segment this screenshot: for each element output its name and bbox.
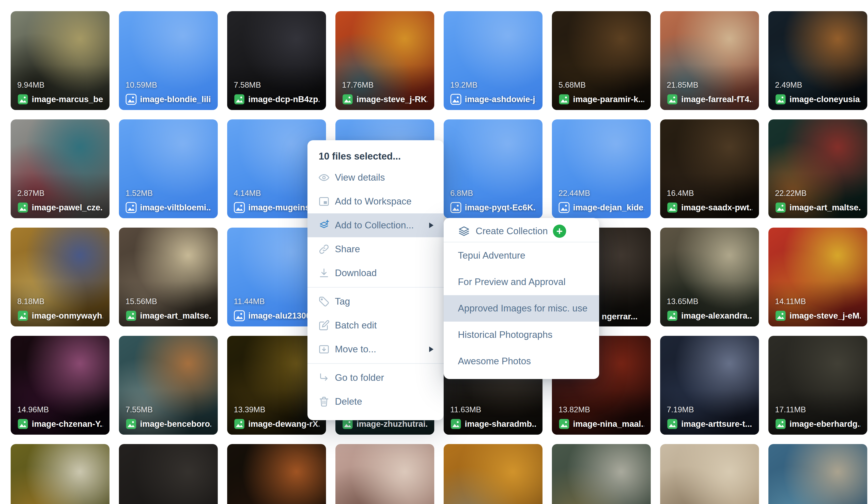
filename-row: image-benceboro... — [125, 418, 211, 430]
submenu-arrow-icon — [429, 346, 434, 352]
filename-row: image-mugeinsky — [234, 202, 319, 213]
filename-row: image-blondie_lili... — [125, 94, 211, 105]
image-tile[interactable]: 2.87MB image-pawel_cze... — [11, 119, 110, 218]
image-tile[interactable] — [227, 444, 326, 504]
file-size-label: 22.22MB — [775, 189, 861, 198]
filename-label: image-dejan_kide... — [573, 203, 644, 212]
image-tile[interactable] — [444, 444, 542, 504]
tag-icon — [318, 296, 330, 307]
image-tile[interactable]: 1.52MB image-viltbloemi... — [119, 119, 218, 218]
image-tile[interactable]: 9.94MB image-marcus_be... — [11, 11, 110, 110]
filename-label: image-alexandra... — [681, 311, 752, 321]
share-link-icon — [318, 243, 330, 255]
collection-item-for-preview-and-approval[interactable]: For Preview and Approval — [444, 269, 599, 295]
tile-meta: 9.94MB image-marcus_be... — [11, 81, 110, 110]
image-tile[interactable]: 15.56MB image-art_maltse... — [119, 228, 218, 326]
file-size-label: 17.11MB — [775, 405, 861, 414]
image-icon — [667, 202, 678, 213]
image-tile[interactable] — [768, 444, 867, 504]
collection-item-awesome-photos[interactable]: Awesome Photos — [444, 348, 599, 375]
menu-item-add-to-workspace[interactable]: Add to Workspace — [308, 189, 444, 213]
menu-item-go-to-folder[interactable]: Go to folder — [308, 366, 444, 390]
filename-row: image-eberhardg... — [775, 418, 861, 430]
file-size-label: 4.14MB — [234, 189, 319, 198]
context-menu: 10 files selected... View details Add to… — [308, 140, 444, 420]
image-tile[interactable] — [335, 444, 434, 504]
menu-item-move-to[interactable]: Move to... — [308, 337, 444, 361]
filename-label: image-marcus_be... — [32, 94, 103, 104]
menu-item-batch-edit[interactable]: Batch edit — [308, 314, 444, 337]
filename-label: image-pyqt-Ec6K... — [465, 203, 536, 212]
context-menu-items: View details Add to Workspace Add to Col… — [308, 166, 444, 413]
menu-item-label: Share — [335, 244, 434, 254]
filename-label: image-art_maltse... — [789, 203, 861, 212]
file-size-label: 9.94MB — [17, 81, 103, 90]
image-tile[interactable]: 14.11MB image-steve_j-eM... — [768, 228, 867, 326]
image-icon — [125, 310, 137, 321]
collection-item-approved-images-for-misc-use[interactable]: Approved Images for misc. use — [444, 295, 599, 322]
image-tile[interactable]: 10.59MB image-blondie_lili... — [119, 11, 218, 110]
filename-row: image-alu2130000 — [234, 310, 319, 321]
menu-item-tag[interactable]: Tag — [308, 290, 444, 314]
menu-item-add-to-collection[interactable]: Add to Collection... — [308, 213, 444, 237]
filename-label: image-steve_j-RK... — [356, 94, 428, 104]
file-size-label: 11.63MB — [450, 405, 536, 414]
image-tile[interactable]: 13.65MB image-alexandra... — [660, 228, 759, 326]
create-collection-label: Create Collection — [476, 226, 548, 237]
filename-label: image-eberhardg... — [789, 419, 861, 429]
file-size-label: 21.85MB — [667, 81, 752, 90]
image-tile[interactable] — [660, 444, 759, 504]
image-tile[interactable]: 17.76MB image-steve_j-RK... — [335, 11, 434, 110]
plus-badge-icon: + — [553, 224, 566, 238]
image-tile[interactable]: 7.19MB image-arttsure-t... — [660, 336, 759, 435]
image-tile[interactable]: 7.55MB image-benceboro... — [119, 336, 218, 435]
filename-label: image-cloneyusia... — [789, 94, 861, 104]
filename-row: image-nina_maal... — [558, 418, 644, 430]
tile-meta: 17.76MB image-steve_j-RK... — [335, 81, 434, 110]
menu-item-share[interactable]: Share — [308, 237, 444, 261]
image-tile[interactable]: 2.49MB image-cloneyusia... — [768, 11, 867, 110]
image-tile[interactable]: 5.68MB image-paramir-k... — [552, 11, 651, 110]
image-tile[interactable] — [119, 444, 218, 504]
image-icon — [775, 310, 786, 321]
collection-item-tepui-adventure[interactable]: Tepui Adventure — [444, 242, 599, 269]
image-tile[interactable]: 16.4MB image-saadx-pwt... — [660, 119, 759, 218]
image-icon — [342, 94, 353, 105]
image-tile[interactable]: 6.8MB image-pyqt-Ec6K... — [444, 119, 542, 218]
tile-meta: 22.22MB image-art_maltse... — [768, 189, 867, 218]
delete-icon — [318, 396, 330, 408]
image-tile[interactable] — [552, 444, 651, 504]
filename-row: image-paramir-k... — [558, 94, 644, 105]
filename-label: image-blondie_lili... — [140, 94, 211, 104]
image-tile[interactable]: 22.22MB image-art_maltse... — [768, 119, 867, 218]
image-tile[interactable]: 14.96MB image-chzenan-Y... — [11, 336, 110, 435]
move-to-folder-icon — [318, 344, 330, 355]
image-tile[interactable] — [11, 444, 110, 504]
menu-item-label: Go to folder — [335, 372, 434, 383]
file-size-label: 15.56MB — [125, 297, 211, 306]
file-size-label: 13.65MB — [667, 297, 752, 306]
image-tile[interactable]: 7.58MB image-dcp-nB4zp... — [227, 11, 326, 110]
menu-item-download[interactable]: Download — [308, 261, 444, 285]
filename-row: image-farreal-fT4... — [667, 94, 752, 105]
filename-label: image-dewang-rX... — [248, 419, 319, 429]
submenu-arrow-icon — [429, 222, 434, 228]
image-tile[interactable]: 8.18MB image-onmywayh... — [11, 228, 110, 326]
menu-item-view-details[interactable]: View details — [308, 166, 444, 189]
tile-meta: 19.2MB image-ashdowie-j... — [444, 81, 542, 110]
image-tile[interactable]: 19.2MB image-ashdowie-j... — [444, 11, 542, 110]
create-collection-item[interactable]: Create Collection + — [444, 220, 599, 242]
tile-meta: image-zhuzhutrai... — [335, 418, 434, 435]
selection-count-header: 10 files selected... — [308, 147, 444, 166]
image-tile[interactable]: 22.44MB image-dejan_kide... — [552, 119, 651, 218]
filename-row: image-viltbloemi... — [125, 202, 211, 213]
image-tile[interactable]: 17.11MB image-eberhardg... — [768, 336, 867, 435]
image-tile[interactable]: 21.85MB image-farreal-fT4... — [660, 11, 759, 110]
file-size-label: 8.18MB — [17, 297, 103, 306]
menu-item-delete[interactable]: Delete — [308, 390, 444, 413]
filename-row: image-onmywayh... — [17, 310, 103, 321]
filename-row: image-dejan_kide... — [558, 202, 644, 213]
filename-label: image-art_maltse... — [140, 311, 211, 321]
collection-item-historical-photographs[interactable]: Historical Photographs — [444, 322, 599, 348]
filename-label: image-dcp-nB4zp... — [248, 94, 319, 104]
